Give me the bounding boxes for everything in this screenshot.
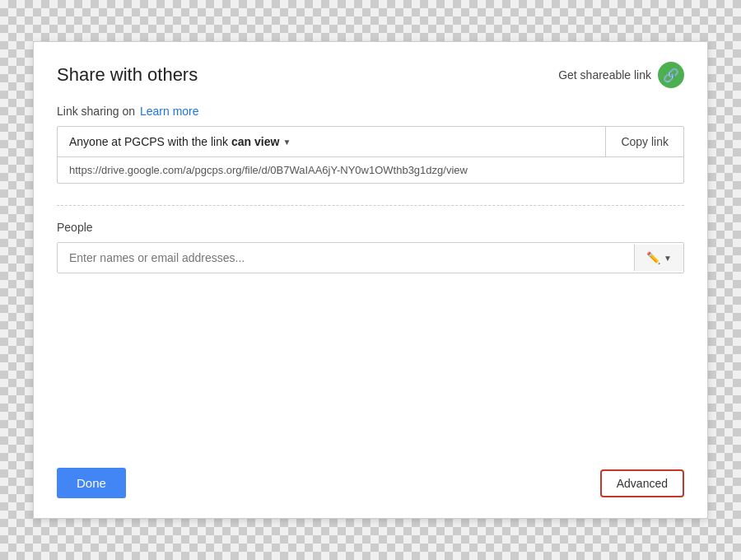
permission-prefix: Anyone at PGCPS with the link (69, 135, 228, 148)
permission-level: can view (231, 135, 279, 148)
copy-link-button[interactable]: Copy link (605, 127, 683, 156)
permission-dropdown[interactable]: Anyone at PGCPS with the link can view ▼ (58, 127, 605, 156)
link-chain-icon: 🔗 (658, 62, 684, 88)
learn-more-link[interactable]: Learn more (140, 105, 199, 118)
link-sharing-label: Link sharing on (57, 105, 135, 118)
link-url: https://drive.google.com/a/pgcps.org/fil… (58, 157, 683, 183)
dialog-title: Share with others (57, 64, 198, 86)
link-section: Anyone at PGCPS with the link can view ▼… (57, 126, 684, 184)
get-shareable-link-button[interactable]: Get shareable link 🔗 (558, 62, 684, 88)
people-input-row: ✏️ ▼ (57, 242, 684, 273)
dialog-header: Share with others Get shareable link 🔗 (57, 62, 684, 88)
dropdown-caret-icon: ▼ (664, 254, 672, 263)
link-top-row: Anyone at PGCPS with the link can view ▼… (58, 127, 683, 157)
get-shareable-link-label: Get shareable link (558, 68, 651, 82)
link-sharing-row: Link sharing on Learn more (57, 105, 684, 118)
share-dialog: Share with others Get shareable link 🔗 L… (33, 41, 708, 519)
dialog-footer: Done Advanced (57, 443, 684, 498)
done-button[interactable]: Done (57, 468, 126, 498)
pencil-icon: ✏️ (646, 251, 660, 264)
advanced-button[interactable]: Advanced (600, 469, 684, 497)
dropdown-arrow-icon: ▼ (282, 138, 291, 147)
edit-permissions-button[interactable]: ✏️ ▼ (634, 245, 683, 271)
people-label: People (57, 221, 684, 234)
section-divider (57, 205, 684, 206)
people-input[interactable] (58, 243, 634, 273)
